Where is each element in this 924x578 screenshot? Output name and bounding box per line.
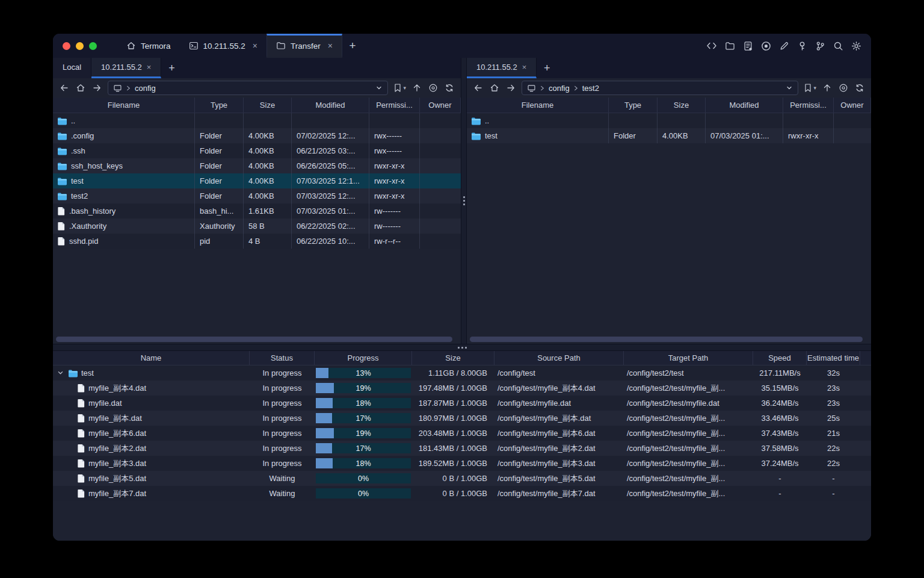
file-owner — [420, 219, 461, 234]
column-header-source-path[interactable]: Source Path — [494, 351, 624, 365]
close-icon[interactable]: × — [328, 42, 333, 50]
column-header-size[interactable]: Size — [244, 98, 292, 113]
file-permissions — [369, 113, 420, 128]
column-header-filename[interactable]: Filename — [53, 98, 195, 113]
file-row[interactable]: ssh_host_keys Folder 4.00KB 06/26/2025 0… — [53, 158, 461, 173]
back-icon[interactable] — [473, 82, 484, 93]
file-row[interactable]: .. — [467, 113, 871, 128]
file-row[interactable]: test2 Folder 4.00KB 07/03/2025 12:... rw… — [53, 188, 461, 204]
column-header-owner[interactable]: Owner — [834, 98, 871, 113]
home-icon[interactable] — [489, 82, 500, 93]
transfer-row[interactable]: myfile_副本5.dat Waiting 0% 0 B / 1.00GB /… — [53, 471, 871, 486]
minimize-window-button[interactable] — [76, 42, 84, 50]
transfer-source-path: /config/test/myfile_副本5.dat — [494, 471, 624, 486]
search-icon[interactable] — [833, 40, 843, 51]
transfer-row[interactable]: myfile_副本6.dat In progress 19% 203.48MB … — [53, 426, 871, 441]
close-icon[interactable]: × — [522, 63, 527, 71]
column-header-type[interactable]: Type — [195, 98, 244, 113]
file-row[interactable]: sshd.pid pid 4 B 06/22/2025 10:... rw-r-… — [53, 234, 461, 249]
column-header-size[interactable]: Size — [658, 98, 706, 113]
close-window-button[interactable] — [63, 42, 70, 50]
file-row[interactable]: .. — [53, 113, 461, 128]
new-panel-tab-button[interactable]: + — [161, 58, 182, 78]
show-hidden-files-icon[interactable] — [838, 82, 849, 93]
right-horizontal-scrollbar[interactable] — [470, 337, 863, 342]
file-row[interactable]: .ssh Folder 4.00KB 06/21/2025 03:... rwx… — [53, 143, 461, 158]
branch-icon[interactable] — [815, 40, 825, 51]
column-header-permissions[interactable]: Permissi... — [369, 98, 420, 113]
file-row[interactable]: .bash_history bash_hi... 1.61KB 07/03/20… — [53, 204, 461, 219]
file-row[interactable]: test Folder 4.00KB 07/03/2025 12:1... rw… — [53, 173, 461, 188]
forward-icon[interactable] — [91, 82, 102, 93]
edit-icon[interactable] — [778, 40, 789, 51]
transfer-row[interactable]: test In progress 13% 1.11GB / 8.00GB /co… — [53, 365, 871, 381]
column-header-modified[interactable]: Modified — [292, 98, 369, 113]
transfer-source-path: /config/test — [494, 365, 624, 381]
tab-remote-session[interactable]: 10.211.55.2 × — [467, 58, 537, 78]
path-segment[interactable]: config — [135, 84, 156, 93]
expand-chevron-icon[interactable] — [57, 370, 64, 376]
tab-termora[interactable]: Termora — [117, 34, 180, 58]
column-header-permissions[interactable]: Permissi... — [783, 98, 834, 113]
key-icon[interactable] — [796, 40, 807, 51]
new-tab-button[interactable]: + — [342, 34, 363, 58]
left-path-combobox[interactable]: config — [108, 81, 388, 95]
column-header-size[interactable]: Size — [412, 351, 494, 365]
file-panels-area: Local 10.211.55.2 × + config — [53, 58, 871, 344]
new-panel-tab-button[interactable]: + — [537, 58, 557, 78]
column-header-estimated-time[interactable]: Estimated time — [807, 351, 860, 365]
code-icon[interactable] — [706, 40, 717, 51]
chevron-down-icon[interactable] — [786, 84, 793, 92]
back-icon[interactable] — [59, 82, 70, 93]
column-header-modified[interactable]: Modified — [706, 98, 783, 113]
refresh-icon[interactable] — [444, 82, 455, 93]
bookmark-button[interactable]: ▾ — [393, 83, 406, 93]
parent-directory-icon[interactable] — [822, 82, 833, 93]
transfer-row[interactable]: myfile.dat In progress 18% 187.87MB / 1.… — [53, 396, 871, 411]
parent-directory-icon[interactable] — [411, 82, 422, 93]
right-path-combobox[interactable]: config test2 — [522, 81, 798, 95]
file-row[interactable]: .Xauthority Xauthority 58 B 06/22/2025 0… — [53, 219, 461, 234]
home-icon[interactable] — [75, 82, 86, 93]
transfer-speed: - — [753, 471, 807, 486]
tab-remote-session[interactable]: 10.211.55.2 × — [91, 58, 161, 78]
transfer-row[interactable]: myfile_副本3.dat In progress 18% 189.52MB … — [53, 456, 871, 471]
column-header-target-path[interactable]: Target Path — [624, 351, 753, 365]
log-icon[interactable] — [742, 40, 753, 51]
folder-icon[interactable] — [724, 40, 735, 51]
forward-icon[interactable] — [505, 82, 516, 93]
show-hidden-files-icon[interactable] — [428, 82, 439, 93]
tab-ssh-session[interactable]: 10.211.55.2 × — [180, 34, 267, 58]
transfer-row[interactable]: myfile_副本7.dat Waiting 0% 0 B / 1.00GB /… — [53, 486, 871, 501]
column-header-speed[interactable]: Speed — [753, 351, 807, 365]
transfer-row[interactable]: myfile_副本2.dat In progress 17% 181.43MB … — [53, 441, 871, 456]
path-segment[interactable]: config — [549, 84, 570, 93]
refresh-icon[interactable] — [854, 82, 865, 93]
transfer-row[interactable]: myfile_副本.dat In progress 17% 180.97MB /… — [53, 411, 871, 426]
settings-icon[interactable] — [851, 40, 861, 51]
column-header-status[interactable]: Status — [250, 351, 315, 365]
transfer-row[interactable]: myfile_副本4.dat In progress 19% 197.48MB … — [53, 381, 871, 396]
tab-local[interactable]: Local — [53, 58, 91, 78]
computer-icon — [113, 84, 122, 93]
tab-transfer[interactable]: Transfer × — [266, 34, 342, 58]
maximize-window-button[interactable] — [89, 42, 97, 50]
record-icon[interactable] — [760, 40, 771, 51]
bookmark-button[interactable]: ▾ — [804, 83, 816, 93]
horizontal-splitter[interactable] — [53, 344, 871, 351]
termora-window: Termora 10.211.55.2 × Transfer × + — [53, 34, 871, 541]
chevron-down-icon[interactable] — [375, 84, 383, 92]
close-icon[interactable]: × — [253, 42, 257, 50]
column-header-owner[interactable]: Owner — [420, 98, 461, 113]
close-icon[interactable]: × — [147, 63, 152, 71]
transfer-source-path: /config/test/myfile_副本7.dat — [494, 486, 624, 501]
column-header-filename[interactable]: Filename — [467, 98, 609, 113]
file-row[interactable]: .config Folder 4.00KB 07/02/2025 12:... … — [53, 128, 461, 143]
file-row[interactable]: test Folder 4.00KB 07/03/2025 01:... rwx… — [467, 128, 871, 143]
column-header-progress[interactable]: Progress — [315, 351, 412, 365]
column-header-type[interactable]: Type — [609, 98, 658, 113]
left-horizontal-scrollbar[interactable] — [56, 337, 452, 342]
column-header-name[interactable]: Name — [53, 351, 250, 365]
path-segment[interactable]: test2 — [582, 84, 599, 93]
vertical-splitter[interactable] — [461, 58, 467, 344]
